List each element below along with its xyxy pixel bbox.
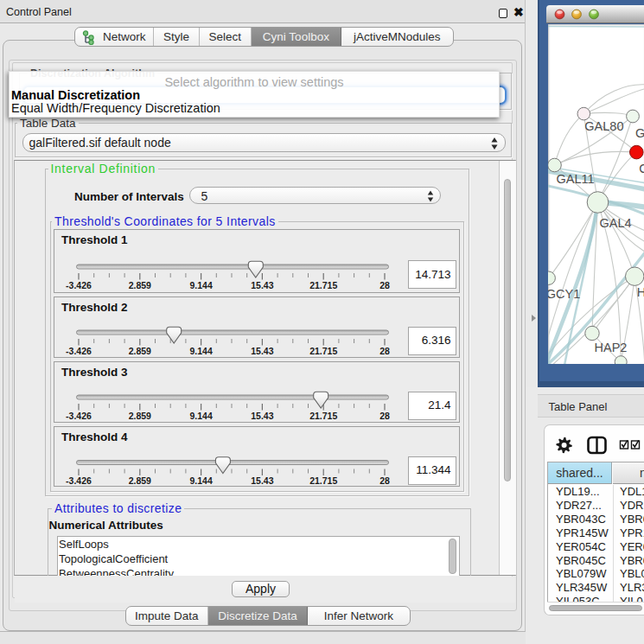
svg-text:-3.426: -3.426 bbox=[66, 411, 92, 421]
svg-text:-3.426: -3.426 bbox=[66, 475, 92, 486]
svg-text:GAL4: GAL4 bbox=[599, 216, 631, 230]
svg-text:GAL11: GAL11 bbox=[556, 172, 594, 186]
svg-text:9.144: 9.144 bbox=[189, 346, 212, 356]
svg-text:9.144: 9.144 bbox=[189, 411, 212, 421]
svg-text:21.715: 21.715 bbox=[309, 475, 337, 486]
svg-text:-3.426: -3.426 bbox=[66, 279, 92, 290]
svg-text:2.859: 2.859 bbox=[129, 411, 151, 421]
svg-text:2.859: 2.859 bbox=[129, 279, 151, 290]
svg-text:21.715: 21.715 bbox=[309, 411, 337, 421]
svg-text:H: H bbox=[636, 285, 644, 299]
svg-text:15.43: 15.43 bbox=[251, 279, 273, 290]
svg-text:21.715: 21.715 bbox=[309, 279, 337, 290]
svg-text:28: 28 bbox=[379, 279, 390, 290]
svg-text:G.: G. bbox=[634, 125, 644, 139]
svg-text:21.715: 21.715 bbox=[309, 346, 337, 356]
svg-text:28: 28 bbox=[379, 346, 390, 356]
svg-text:15.43: 15.43 bbox=[251, 411, 273, 421]
svg-text:C: C bbox=[639, 162, 644, 175]
svg-text:15.43: 15.43 bbox=[251, 475, 273, 486]
svg-text:HAP2: HAP2 bbox=[594, 341, 627, 354]
svg-text:9.144: 9.144 bbox=[189, 279, 212, 290]
svg-text:2.859: 2.859 bbox=[129, 346, 151, 356]
svg-text:15.43: 15.43 bbox=[251, 346, 273, 356]
svg-text:-3.426: -3.426 bbox=[66, 346, 92, 356]
svg-text:28: 28 bbox=[379, 475, 390, 486]
svg-text:9.144: 9.144 bbox=[189, 475, 212, 486]
svg-text:28: 28 bbox=[379, 411, 390, 421]
svg-text:GCY1: GCY1 bbox=[548, 287, 580, 301]
svg-text:GAL80: GAL80 bbox=[584, 118, 623, 132]
svg-text:2.859: 2.859 bbox=[129, 475, 151, 486]
